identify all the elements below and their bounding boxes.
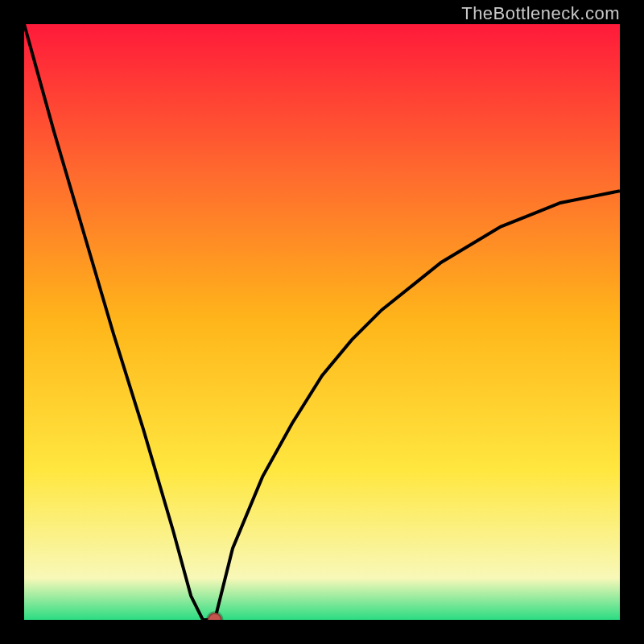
- watermark-label: TheBottleneck.com: [461, 3, 620, 24]
- min-marker-dot: [208, 613, 222, 620]
- bottleneck-curve: [24, 24, 620, 620]
- chart-frame: TheBottleneck.com: [0, 0, 644, 644]
- plot-area: [24, 24, 620, 620]
